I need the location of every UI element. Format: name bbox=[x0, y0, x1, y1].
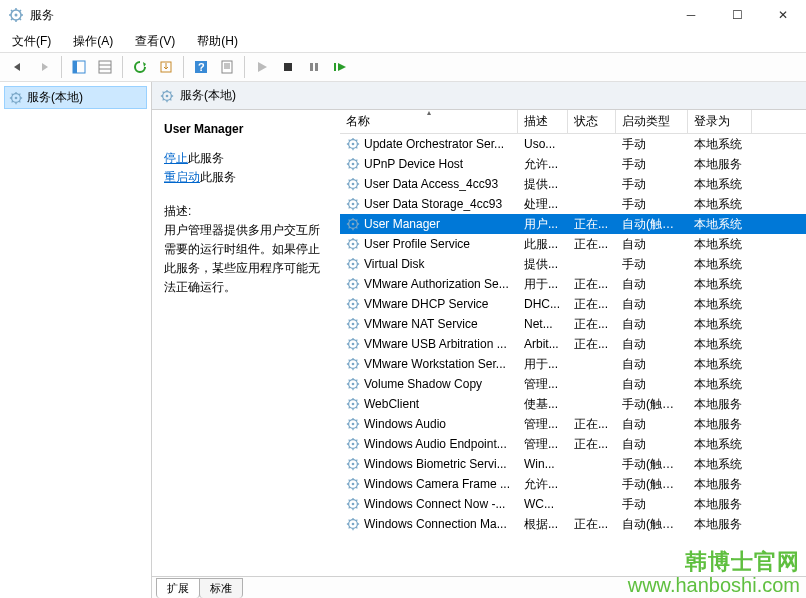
window-title: 服务 bbox=[30, 7, 668, 24]
row-desc: WC... bbox=[518, 497, 568, 511]
row-name: VMware DHCP Service bbox=[364, 297, 488, 311]
row-login: 本地服务 bbox=[688, 396, 752, 413]
row-name: WebClient bbox=[364, 397, 419, 411]
service-row[interactable]: Windows Camera Frame ...允许...手动(触发...本地服… bbox=[340, 474, 806, 494]
col-login[interactable]: 登录为 bbox=[688, 110, 752, 133]
details-icon bbox=[72, 60, 86, 74]
row-login: 本地系统 bbox=[688, 456, 752, 473]
service-row[interactable]: VMware DHCP ServiceDHC...正在...自动本地系统 bbox=[340, 294, 806, 314]
service-row[interactable]: Update Orchestrator Ser...Uso...手动本地系统 bbox=[340, 134, 806, 154]
menu-action[interactable]: 操作(A) bbox=[67, 31, 119, 52]
stop-button[interactable] bbox=[276, 55, 300, 79]
service-row[interactable]: UPnP Device Host允许...手动本地服务 bbox=[340, 154, 806, 174]
sort-asc-icon: ▴ bbox=[427, 110, 431, 117]
row-desc: 使基... bbox=[518, 396, 568, 413]
service-row[interactable]: User Data Access_4cc93提供...手动本地系统 bbox=[340, 174, 806, 194]
restart-button[interactable] bbox=[328, 55, 352, 79]
details-button[interactable] bbox=[67, 55, 91, 79]
row-login: 本地系统 bbox=[688, 336, 752, 353]
gear-icon bbox=[346, 417, 360, 431]
gear-icon bbox=[346, 357, 360, 371]
service-row[interactable]: VMware NAT ServiceNet...正在...自动本地系统 bbox=[340, 314, 806, 334]
row-status: 正在... bbox=[568, 436, 616, 453]
gear-icon bbox=[346, 437, 360, 451]
close-button[interactable]: ✕ bbox=[760, 0, 806, 30]
menu-file[interactable]: 文件(F) bbox=[6, 31, 57, 52]
service-row[interactable]: WebClient使基...手动(触发...本地服务 bbox=[340, 394, 806, 414]
stop-icon bbox=[282, 61, 294, 73]
play-icon bbox=[256, 61, 268, 73]
inner-header: 服务(本地) bbox=[152, 82, 806, 110]
row-start: 自动(触发... bbox=[616, 216, 688, 233]
row-name: User Data Storage_4cc93 bbox=[364, 197, 502, 211]
properties-button[interactable] bbox=[215, 55, 239, 79]
service-row[interactable]: User Profile Service此服...正在...自动本地系统 bbox=[340, 234, 806, 254]
menu-help[interactable]: 帮助(H) bbox=[191, 31, 244, 52]
restart-link[interactable]: 重启动 bbox=[164, 170, 200, 184]
service-row[interactable]: VMware Authorization Se...用于...正在...自动本地… bbox=[340, 274, 806, 294]
gear-icon bbox=[346, 277, 360, 291]
col-desc[interactable]: 描述 bbox=[518, 110, 568, 133]
row-start: 自动(触发... bbox=[616, 516, 688, 533]
service-row[interactable]: Windows Audio管理...正在...自动本地服务 bbox=[340, 414, 806, 434]
maximize-button[interactable]: ☐ bbox=[714, 0, 760, 30]
row-desc: Arbit... bbox=[518, 337, 568, 351]
tree-node-services[interactable]: 服务(本地) bbox=[4, 86, 147, 109]
pause-button[interactable] bbox=[302, 55, 326, 79]
gear-icon bbox=[346, 217, 360, 231]
row-name: UPnP Device Host bbox=[364, 157, 463, 171]
gear-icon bbox=[346, 497, 360, 511]
minimize-button[interactable]: ─ bbox=[668, 0, 714, 30]
list-icon bbox=[98, 60, 112, 74]
gear-icon bbox=[346, 457, 360, 471]
row-name: Windows Audio Endpoint... bbox=[364, 437, 507, 451]
export-button[interactable] bbox=[154, 55, 178, 79]
row-start: 自动 bbox=[616, 376, 688, 393]
tab-extended[interactable]: 扩展 bbox=[156, 578, 200, 598]
row-name: VMware Workstation Ser... bbox=[364, 357, 506, 371]
back-button[interactable] bbox=[6, 55, 30, 79]
row-status: 正在... bbox=[568, 236, 616, 253]
service-row[interactable]: Windows Connect Now -...WC...手动本地服务 bbox=[340, 494, 806, 514]
row-desc: 用户... bbox=[518, 216, 568, 233]
col-name[interactable]: 名称▴ bbox=[340, 110, 518, 133]
svg-rect-8 bbox=[222, 61, 232, 73]
service-row[interactable]: Volume Shadow Copy管理...自动本地系统 bbox=[340, 374, 806, 394]
row-start: 手动(触发... bbox=[616, 456, 688, 473]
col-status[interactable]: 状态 bbox=[568, 110, 616, 133]
row-name: Windows Connection Ma... bbox=[364, 517, 507, 531]
row-desc: Win... bbox=[518, 457, 568, 471]
arrow-left-icon bbox=[10, 61, 26, 73]
tab-standard[interactable]: 标准 bbox=[199, 578, 243, 598]
forward-button[interactable] bbox=[32, 55, 56, 79]
service-row[interactable]: Windows Audio Endpoint...管理...正在...自动本地系… bbox=[340, 434, 806, 454]
row-name: Windows Biometric Servi... bbox=[364, 457, 507, 471]
row-status: 正在... bbox=[568, 516, 616, 533]
service-row[interactable]: VMware Workstation Ser...用于...自动本地系统 bbox=[340, 354, 806, 374]
tree-panel: 服务(本地) bbox=[0, 82, 152, 598]
stop-link[interactable]: 停止 bbox=[164, 151, 188, 165]
row-start: 手动(触发... bbox=[616, 476, 688, 493]
service-row[interactable]: Windows Biometric Servi...Win...手动(触发...… bbox=[340, 454, 806, 474]
gear-icon bbox=[346, 157, 360, 171]
row-start: 手动 bbox=[616, 176, 688, 193]
col-start[interactable]: 启动类型 bbox=[616, 110, 688, 133]
start-button[interactable] bbox=[250, 55, 274, 79]
service-row[interactable]: Windows Connection Ma...根据...正在...自动(触发.… bbox=[340, 514, 806, 534]
row-name: Windows Connect Now -... bbox=[364, 497, 505, 511]
help-button[interactable]: ? bbox=[189, 55, 213, 79]
gear-icon bbox=[346, 397, 360, 411]
service-row[interactable]: User Data Storage_4cc93处理...手动本地系统 bbox=[340, 194, 806, 214]
refresh-button[interactable] bbox=[128, 55, 152, 79]
list-button[interactable] bbox=[93, 55, 117, 79]
row-start: 手动(触发... bbox=[616, 396, 688, 413]
service-row[interactable]: User Manager用户...正在...自动(触发...本地系统 bbox=[340, 214, 806, 234]
row-desc: 管理... bbox=[518, 416, 568, 433]
desc-label: 描述: bbox=[164, 202, 328, 221]
row-status: 正在... bbox=[568, 416, 616, 433]
row-status: 正在... bbox=[568, 276, 616, 293]
row-login: 本地服务 bbox=[688, 516, 752, 533]
menu-view[interactable]: 查看(V) bbox=[129, 31, 181, 52]
service-row[interactable]: Virtual Disk提供...手动本地系统 bbox=[340, 254, 806, 274]
service-row[interactable]: VMware USB Arbitration ...Arbit...正在...自… bbox=[340, 334, 806, 354]
